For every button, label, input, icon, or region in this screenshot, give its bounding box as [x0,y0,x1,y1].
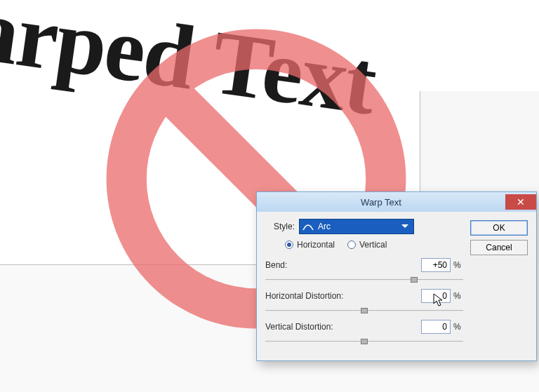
style-dropdown[interactable]: Arc [299,219,414,234]
close-button[interactable]: ✕ [505,194,536,210]
chevron-down-icon [399,219,411,234]
vdist-slider[interactable] [265,337,463,346]
vdist-label: Vertical Distortion: [265,322,333,332]
hdist-slider[interactable] [265,306,463,316]
bend-slider[interactable] [265,275,463,285]
hdist-unit: % [453,291,463,301]
orientation-horizontal[interactable]: Horizontal [285,240,335,250]
cancel-button[interactable]: Cancel [470,240,528,255]
slider-rail [265,279,463,281]
radio-dot [347,241,356,249]
vdist-param: Vertical Distortion: % [265,320,463,346]
close-icon: ✕ [517,197,525,207]
dialog-title: Warp Text [257,197,505,208]
orientation-row: Horizontal Vertical [285,240,463,250]
vdist-unit: % [453,322,463,332]
ok-button[interactable]: OK [470,220,528,236]
vdist-input[interactable] [421,320,451,334]
dialog-titlebar[interactable]: Warp Text ✕ [257,192,536,212]
slider-thumb[interactable] [361,308,368,313]
bend-param: Bend: % [265,258,463,285]
radio-dot [285,241,293,249]
bend-unit: % [453,260,463,270]
orientation-vertical-label: Vertical [359,240,387,250]
hdist-label: Horizontal Distortion: [265,291,343,301]
orientation-horizontal-label: Horizontal [297,240,335,250]
controls-column: Style: Arc Horizontal [265,219,463,351]
bend-label: Bend: [265,260,287,270]
orientation-vertical[interactable]: Vertical [347,240,387,250]
style-label: Style: [265,222,295,231]
buttons-column: OK Cancel [470,219,528,351]
arc-icon [302,222,314,231]
bend-input[interactable] [421,258,451,272]
slider-thumb[interactable] [361,339,368,344]
dialog-body: Style: Arc Horizontal [257,212,536,360]
style-value: Arc [318,222,395,231]
style-row: Style: Arc [265,219,463,234]
canvas: arped Text Warp Text ✕ Style: [0,0,539,392]
hdist-input[interactable] [421,289,451,303]
slider-thumb[interactable] [411,277,418,283]
warp-text-dialog: Warp Text ✕ Style: Arc [256,191,537,361]
hdist-param: Horizontal Distortion: % [265,289,463,316]
